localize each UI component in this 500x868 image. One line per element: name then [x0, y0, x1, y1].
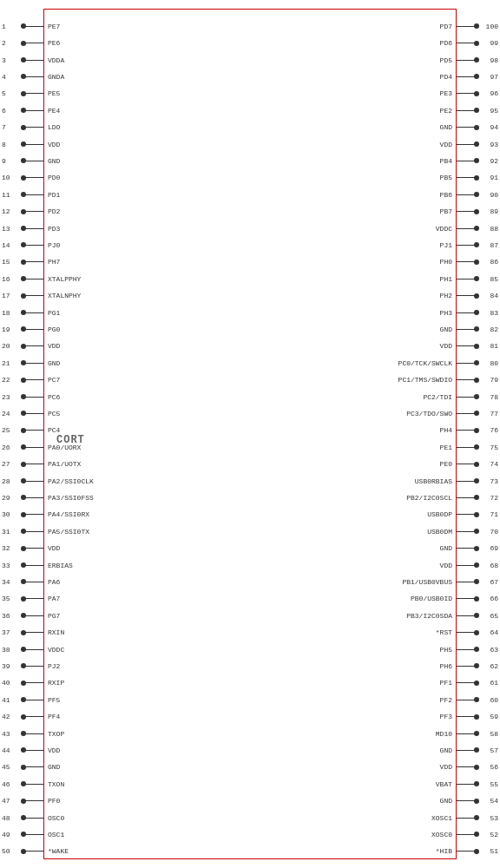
pin-label-right: GND: [440, 326, 452, 333]
pin-number-right: 69: [490, 544, 498, 552]
pin-row-right-90: 90PB6: [0, 187, 500, 203]
pin-line-right: [457, 110, 477, 111]
pin-label-right: MD10: [436, 730, 452, 738]
pin-label-right: PF3: [440, 713, 452, 720]
pin-row-right-55: 55VBAT: [0, 776, 500, 792]
pin-number-right: 68: [490, 562, 498, 569]
pin-label-right: PB3/I2C0SDA: [406, 612, 452, 620]
pin-label-right: PD7: [440, 23, 452, 30]
pin-number-right: 66: [490, 595, 498, 602]
pin-row-right-60: 60PF2: [0, 692, 500, 708]
pin-line-right: [457, 615, 477, 616]
pin-number-right: 54: [490, 797, 498, 805]
pin-line-right: [457, 531, 477, 532]
pin-label-right: PE2: [440, 107, 452, 115]
pin-line-right: [457, 548, 477, 549]
pin-label-right: VDD: [440, 342, 452, 350]
chip-label: CORT: [56, 434, 85, 446]
chip-container: 1PE72PE63VDDA4GNDA5PE56PE47LDO8VDD9GND10…: [0, 0, 500, 868]
pin-label-right: PH4: [440, 426, 452, 434]
pin-row-right-65: 65PB3/I2C0SDA: [0, 608, 500, 624]
pin-number-right: 82: [490, 326, 498, 333]
pin-row-right-86: 86PH0: [0, 253, 500, 270]
pin-number-right: 57: [490, 746, 498, 754]
pin-number-right: 62: [490, 662, 498, 670]
pin-line-right: [457, 144, 477, 145]
pin-line-right: [457, 784, 477, 785]
pin-row-right-84: 84PH2: [0, 287, 500, 304]
pin-number-right: 74: [490, 460, 498, 468]
pin-line-right: [457, 514, 477, 515]
pin-label-right: *HIB: [436, 847, 452, 855]
pin-row-right-100: 100PD7: [0, 18, 500, 35]
pin-line-right: [457, 329, 477, 330]
pin-label-right: PC2/TDI: [423, 393, 452, 401]
pin-row-right-91: 91PB5: [0, 169, 500, 186]
pin-row-right-88: 88VDDC: [0, 220, 500, 237]
pin-row-right-78: 78PC2/TDI: [0, 389, 500, 405]
pin-line-right: [457, 161, 477, 161]
pin-row-right-99: 99PD6: [0, 35, 500, 51]
pin-line-right: [457, 851, 477, 852]
pin-label-right: PB1/USB0VBUS: [402, 578, 452, 586]
pin-label-right: PB0/USB0ID: [411, 595, 452, 602]
pin-row-right-58: 58MD10: [0, 726, 500, 742]
pin-number-right: 89: [490, 207, 498, 215]
pin-row-right-66: 66PB0/USB0ID: [0, 590, 500, 607]
pin-row-right-67: 67PB1/USB0VBUS: [0, 574, 500, 590]
pin-number-right: 67: [490, 578, 498, 586]
pin-number-right: 83: [490, 309, 498, 317]
pin-row-right-56: 56VDD: [0, 759, 500, 775]
pin-line-right: [457, 481, 477, 482]
pin-label-right: PB7: [440, 207, 452, 215]
pin-label-right: PF2: [440, 696, 452, 704]
pin-line-right: [457, 413, 477, 414]
pin-row-right-82: 82GND: [0, 321, 500, 338]
pin-number-right: 96: [490, 89, 498, 97]
pin-line-right: [457, 245, 477, 246]
pin-label-right: *RST: [436, 628, 452, 636]
pin-row-right-77: 77PC3/TDO/SWO: [0, 405, 500, 422]
pin-line-right: [457, 397, 477, 398]
pin-label-right: PH2: [440, 292, 452, 299]
pin-line-right: [457, 279, 477, 279]
pin-number-right: 73: [490, 477, 498, 485]
pin-line-right: [457, 700, 477, 700]
pin-line-right: [457, 733, 477, 734]
pin-row-right-95: 95PE2: [0, 102, 500, 119]
pin-number-right: 63: [490, 646, 498, 654]
pin-number-right: 80: [490, 359, 498, 367]
pin-label-right: PC3/TDO/SWO: [406, 410, 452, 418]
pin-line-right: [457, 295, 477, 296]
pin-label-right: PB6: [440, 191, 452, 199]
pin-label-right: PH0: [440, 258, 452, 266]
pin-label-right: PE1: [440, 444, 452, 451]
pin-row-right-83: 83PH3: [0, 305, 500, 321]
pin-number-right: 100: [486, 23, 498, 30]
pin-label-right: USB0DP: [427, 510, 452, 518]
pin-line-right: [457, 834, 477, 835]
pin-label-right: PJ1: [440, 241, 452, 249]
pin-line-right: [457, 76, 477, 77]
pin-line-right: [457, 716, 477, 717]
pin-label-right: PC1/TMS/SWDIO: [398, 376, 452, 384]
pin-label-right: VDD: [440, 141, 452, 148]
pin-label-right: PB5: [440, 174, 452, 181]
pin-number-right: 70: [490, 528, 498, 536]
pin-line-right: [457, 818, 477, 819]
pin-row-right-93: 93VDD: [0, 136, 500, 153]
pin-row-right-96: 96PE3: [0, 85, 500, 102]
pin-label-right: PD4: [440, 73, 452, 81]
pin-label-right: USB0RBIAS: [415, 477, 452, 485]
pin-label-right: PD5: [440, 56, 452, 64]
pin-row-right-54: 54GND: [0, 792, 500, 809]
pin-line-right: [457, 312, 477, 313]
pin-row-right-53: 53XOSC1: [0, 810, 500, 826]
pin-number-right: 85: [490, 275, 498, 283]
pin-line-right: [457, 766, 477, 767]
pin-row-right-72: 72PB2/I2C0SCL: [0, 490, 500, 506]
pin-line-right: [457, 211, 477, 212]
pin-label-right: PE3: [440, 89, 452, 97]
pin-row-right-64: 64*RST: [0, 624, 500, 641]
pin-number-right: 56: [490, 763, 498, 771]
